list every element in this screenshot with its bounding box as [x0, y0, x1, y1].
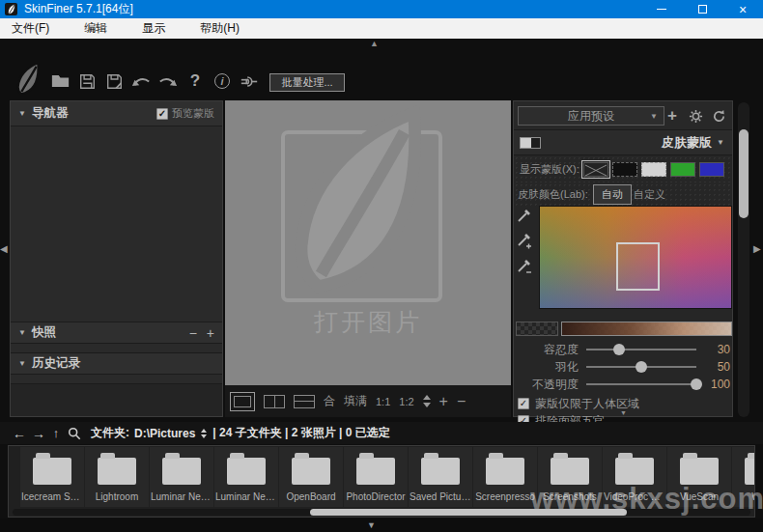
color-selection-rect[interactable]: [616, 242, 660, 291]
maximize-button[interactable]: [682, 0, 722, 18]
menu-view[interactable]: 显示: [136, 20, 181, 37]
folder-item[interactable]: Win...: [732, 447, 755, 507]
snapshot-remove-button[interactable]: −: [189, 325, 197, 341]
folder-item[interactable]: Screenshots: [538, 447, 602, 507]
slider-knob[interactable]: [613, 344, 625, 355]
back-button[interactable]: ←: [10, 426, 29, 441]
about-button[interactable]: i: [209, 70, 236, 93]
preview-mask-checkbox[interactable]: ✓ 预览蒙版: [156, 106, 214, 121]
eyedropper-subtract-icon[interactable]: [517, 260, 532, 275]
eyedropper-icon[interactable]: [517, 208, 532, 223]
right-panel-scrollbar[interactable]: [738, 102, 749, 417]
folder-icon: [33, 458, 71, 485]
zoom-1-1-button[interactable]: 1:1: [376, 396, 390, 407]
panel-scroll-down-icon[interactable]: ▼: [620, 409, 627, 416]
slider-track[interactable]: [586, 341, 696, 358]
snapshot-list: [11, 344, 222, 353]
collapse-section-icon[interactable]: ▼: [717, 138, 724, 147]
folder-item[interactable]: VueScan: [667, 447, 731, 507]
add-preset-button[interactable]: +: [661, 106, 684, 126]
checkbox-checked-icon[interactable]: ✓: [518, 398, 529, 409]
mask-color-none-swatch[interactable]: [583, 162, 608, 177]
chevron-down-icon: ▼: [650, 112, 658, 121]
folder-item[interactable]: VideoProc C...: [603, 447, 666, 507]
mask-color-green-swatch[interactable]: [670, 162, 695, 177]
skin-tone-bar[interactable]: [561, 322, 732, 336]
minimize-button[interactable]: [641, 0, 682, 18]
help-button[interactable]: ?: [182, 70, 209, 93]
search-icon[interactable]: [64, 427, 85, 440]
batch-process-button[interactable]: 批量处理...: [269, 73, 345, 92]
collapse-right-icon[interactable]: ▶: [753, 243, 761, 254]
gear-icon: [689, 109, 703, 124]
fit-view-button[interactable]: 合: [324, 393, 335, 409]
save-as-button[interactable]: [100, 70, 127, 93]
mask-color-white-swatch[interactable]: [641, 162, 666, 177]
feather-value: 50: [697, 360, 730, 374]
menu-edit[interactable]: 编辑: [78, 20, 123, 37]
mask-enable-toggle[interactable]: [520, 137, 541, 149]
redo-icon[interactable]: [155, 70, 182, 93]
open-folder-button[interactable]: [46, 70, 73, 93]
folder-label: Luminar Neo...: [215, 491, 277, 502]
fill-view-button[interactable]: 填满: [344, 393, 367, 409]
mask-color-blue-swatch[interactable]: [699, 162, 724, 177]
scrollbar-thumb[interactable]: [310, 509, 627, 516]
help-icon: ?: [190, 71, 200, 91]
collapse-left-icon[interactable]: ◀: [0, 243, 8, 254]
skin-tone-swatch[interactable]: [516, 322, 558, 336]
scrollbar-thumb[interactable]: [739, 129, 749, 218]
folder-item[interactable]: PhotoDirector: [344, 447, 408, 507]
navigator-header[interactable]: ▼ 导航器 ✓ 预览蒙版: [11, 101, 222, 126]
image-canvas[interactable]: 打开图片: [225, 100, 511, 385]
plugin-button[interactable]: [236, 70, 263, 93]
up-folder-button[interactable]: ↑: [48, 426, 64, 440]
zoom-ratio-spinner[interactable]: [423, 395, 431, 407]
navigator-preview-area: [11, 126, 222, 322]
undo-icon[interactable]: [127, 70, 155, 93]
view-toolbar: 合 填满 1:1 1:2 + −: [225, 385, 511, 417]
menu-file[interactable]: 文件(F): [6, 20, 65, 37]
eyedropper-add-icon[interactable]: [517, 234, 532, 249]
folder-item[interactable]: Saved Pictures: [409, 447, 472, 507]
custom-skin-color-button[interactable]: 自定义: [634, 187, 665, 202]
lab-color-field[interactable]: [539, 206, 732, 309]
zoom-1-2-button[interactable]: 1:2: [399, 396, 413, 407]
folder-item[interactable]: Lightroom: [85, 447, 149, 507]
split-horizontal-view-button[interactable]: [294, 395, 315, 408]
collapse-bottom-icon[interactable]: ▼: [367, 520, 376, 530]
mask-color-black-swatch[interactable]: [612, 162, 637, 177]
collapse-top-icon[interactable]: ▲: [370, 39, 379, 48]
forward-button[interactable]: →: [29, 426, 48, 441]
slider-knob[interactable]: [636, 361, 647, 373]
folder-icon: [227, 458, 266, 485]
folder-item[interactable]: OpenBoard: [279, 447, 343, 507]
folder-item[interactable]: Icecream Scr...: [20, 447, 84, 507]
folder-path[interactable]: D:\Pictures: [134, 427, 195, 440]
close-button[interactable]: ×: [722, 0, 763, 18]
single-view-button[interactable]: [230, 392, 255, 411]
plus-icon: +: [667, 106, 677, 126]
limit-body-checkbox[interactable]: ✓ 蒙版仅限于人体区域: [518, 397, 732, 410]
auto-skin-color-button[interactable]: 自动: [593, 184, 632, 205]
folder-select-spinner[interactable]: [201, 429, 207, 438]
slider-track[interactable]: [586, 358, 696, 376]
history-header[interactable]: ▼ 历史记录: [11, 353, 222, 375]
menu-help[interactable]: 帮助(H): [194, 20, 255, 37]
reset-button[interactable]: [707, 106, 730, 126]
zoom-out-button[interactable]: −: [457, 393, 466, 410]
folder-item[interactable]: Luminar Neo...: [214, 447, 278, 507]
minimize-icon: [657, 9, 666, 10]
zoom-in-button[interactable]: +: [439, 393, 448, 410]
folder-item[interactable]: Luminar Neo...: [150, 447, 213, 507]
filmstrip-scrollbar[interactable]: [13, 509, 750, 516]
snapshot-header[interactable]: ▼ 快照 − +: [11, 322, 222, 344]
checkbox-checked-icon[interactable]: ✓: [156, 108, 168, 120]
folder-item[interactable]: Screenpresso: [473, 447, 537, 507]
slider-track[interactable]: [586, 376, 696, 393]
preset-settings-button[interactable]: [684, 106, 707, 126]
snapshot-add-button[interactable]: +: [207, 325, 214, 341]
split-vertical-view-button[interactable]: [264, 395, 285, 408]
apply-preset-dropdown[interactable]: 应用预设 ▼: [518, 106, 664, 126]
save-button[interactable]: [73, 70, 100, 93]
